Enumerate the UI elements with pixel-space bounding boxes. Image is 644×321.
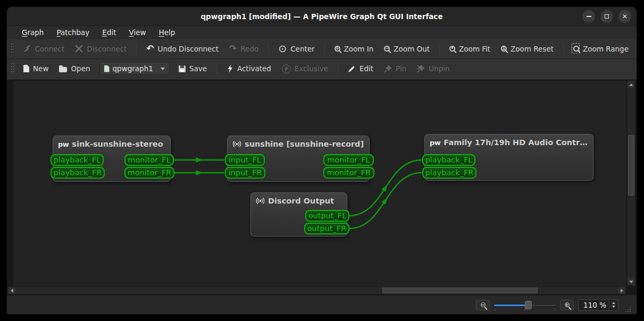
statusbar-zoom-out-button[interactable]: − [476,300,490,310]
zoom-in-icon: + [565,302,570,307]
minimize-button[interactable] [582,10,595,23]
input-port[interactable]: playback_FR [51,167,105,179]
vertical-scrollbar[interactable] [627,80,635,286]
save-icon [179,65,186,72]
horizontal-scroll-thumb[interactable] [382,288,538,293]
pin-icon [384,65,392,73]
zoom-out-icon: − [384,45,390,53]
input-port[interactable]: playback_FL [51,154,104,166]
redo-icon: ↷ [229,44,237,53]
scroll-down-button[interactable] [628,278,635,285]
statusbar-zoom-in-button[interactable]: + [560,300,574,310]
menu-edit[interactable]: Edit [97,27,121,38]
chevron-down-icon [161,67,165,70]
session-name: qpwgraph1 [113,64,153,73]
toolbar-separator [563,43,564,55]
output-port[interactable]: output_FL [305,210,349,222]
toolbar-file: New Open qpwgraph1 Save Activated Exclus… [7,59,637,79]
zoom-out-button[interactable]: − Zoom Out [379,43,434,55]
toolbar-drag-handle[interactable] [11,44,14,54]
horizontal-scrollbar[interactable] [7,286,626,294]
toolbar-drag-handle[interactable] [11,63,14,74]
input-port[interactable]: input_FL [225,154,265,166]
zoom-range-button[interactable]: Zoom Range [568,43,633,55]
window-title: qpwgraph1 [modified] — A PipeWire Graph … [200,12,442,21]
arrow-right-icon [621,289,623,293]
output-port[interactable]: monitor_FR [323,167,374,179]
undo-button[interactable]: ↶ Undo Disconnect [141,42,223,55]
zoom-reset-icon: 1 [501,45,507,53]
zoom-slider[interactable] [494,300,556,310]
exclusive-button[interactable]: Exclusive [277,62,333,75]
spinbox-arrows[interactable] [609,300,618,310]
edit-pencil-icon [348,65,356,73]
exclusive-bolt-icon [282,64,291,73]
canvas-area: pwsink-sunshine-stereosunshine [sunshine… [7,79,637,295]
toolbar-separator [439,43,440,55]
new-file-icon [23,65,29,72]
arrow-up-icon [629,83,633,86]
scroll-left-button[interactable] [8,287,15,294]
open-folder-icon [59,67,67,72]
zoom-range-icon [573,45,579,53]
output-port[interactable]: monitor_FL [124,154,174,166]
open-button[interactable]: Open [54,62,95,75]
center-button[interactable]: ⊙ Center [273,41,319,56]
toolbar-separator [136,43,137,55]
menu-view[interactable]: View [124,27,152,38]
connect-button[interactable]: Connect [18,43,69,55]
spin-down-icon [612,306,615,308]
spin-up-icon [612,302,615,304]
vertical-scroll-thumb[interactable] [628,135,634,196]
slider-track-filled [494,305,527,306]
ports-layer: playback_FLplayback_FRmonitor_FLmonitor_… [13,81,626,286]
arrow-down-icon [629,281,633,283]
toolbar-separator [338,63,338,74]
zoom-spinbox[interactable]: 110 % [578,299,618,311]
menu-patchbay[interactable]: Patchbay [51,27,95,38]
statusbar: − + 110 % [7,295,637,314]
output-port[interactable]: monitor_FL [323,154,374,166]
graph-canvas[interactable]: pwsink-sunshine-stereosunshine [sunshine… [13,81,626,286]
activated-button[interactable]: Activated [222,62,276,75]
close-button[interactable]: ✕ [618,10,631,23]
scroll-up-button[interactable] [628,81,635,88]
unpin-button[interactable]: Unpin [412,62,454,75]
scroll-right-button[interactable] [618,287,625,294]
zoom-slider-handle[interactable] [525,301,532,309]
resize-grip[interactable] [625,306,631,312]
zoom-fit-icon: • [449,45,455,53]
input-port[interactable]: playback_FL [422,154,475,166]
zoom-in-icon: + [334,45,340,53]
titlebar[interactable]: qpwgraph1 [modified] — A PipeWire Graph … [7,7,637,26]
pin-button[interactable]: Pin [379,62,411,75]
app-window: qpwgraph1 [modified] — A PipeWire Graph … [6,6,637,315]
output-port[interactable]: monitor_FR [124,167,174,179]
disconnect-icon [75,45,83,53]
maximize-button[interactable] [600,10,613,23]
session-combobox[interactable]: qpwgraph1 [99,62,170,75]
output-port[interactable]: output_FR [304,223,349,234]
input-port[interactable]: input_FR [225,167,265,179]
window-controls: ✕ [582,10,631,23]
minimize-icon [587,16,591,17]
zoom-value: 110 % [583,301,606,309]
arrow-left-icon [11,289,13,293]
zoom-in-button[interactable]: + Zoom In [330,43,379,55]
toolbar-edit: Connect Disconnect ↶ Undo Disconnect ↷ R… [7,39,637,59]
zoom-out-icon: − [481,302,486,307]
center-icon: ⊙ [278,44,287,54]
activated-bolt-icon [227,64,233,73]
zoom-reset-button[interactable]: 1 Zoom Reset [496,43,558,55]
input-port[interactable]: playback_FR [422,167,476,179]
session-file-icon [104,65,110,72]
disconnect-button[interactable]: Disconnect [70,43,131,55]
edit-button[interactable]: Edit [343,62,378,75]
zoom-fit-button[interactable]: • Zoom Fit [445,43,495,55]
new-button[interactable]: New [19,62,53,75]
menu-graph[interactable]: Graph [16,27,49,38]
redo-button[interactable]: ↷ Redo [224,42,263,55]
menu-help[interactable]: Help [154,27,181,38]
maximize-icon [605,14,609,19]
save-button[interactable]: Save [174,62,212,75]
